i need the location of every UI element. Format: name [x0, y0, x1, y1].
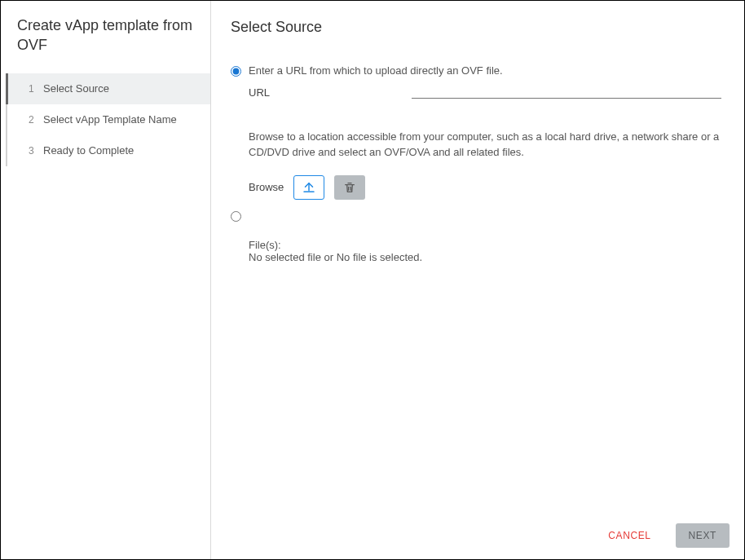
url-option: Enter a URL from which to upload directl…	[231, 64, 721, 99]
wizard-steps: 1 Select Source 2 Select vApp Template N…	[6, 73, 210, 166]
step-label: Ready to Complete	[43, 144, 134, 157]
browse-radio[interactable]	[231, 211, 241, 222]
url-radio[interactable]	[231, 66, 241, 77]
browse-option-description: Browse to a location accessible from you…	[249, 130, 721, 161]
url-option-description: Enter a URL from which to upload directl…	[249, 64, 721, 79]
wizard-sidebar: Create vApp template from OVF 1 Select S…	[1, 1, 211, 559]
browse-option: Browse to a location accessible from you…	[231, 130, 721, 263]
delete-button[interactable]	[334, 175, 365, 200]
wizard-title: Create vApp template from OVF	[1, 15, 210, 73]
step-number: 3	[29, 145, 43, 157]
page-title: Select Source	[231, 19, 721, 36]
trash-icon	[343, 181, 356, 194]
url-input[interactable]	[412, 82, 721, 99]
url-field-label: URL	[249, 86, 412, 99]
step-label: Select Source	[43, 82, 109, 95]
next-button[interactable]: NEXT	[676, 523, 730, 548]
main-content: Select Source Enter a URL from which to …	[211, 1, 744, 559]
files-status: No selected file or No file is selected.	[249, 251, 721, 263]
wizard-main: Select Source Enter a URL from which to …	[211, 1, 744, 559]
files-block: File(s): No selected file or No file is …	[249, 239, 721, 263]
upload-button[interactable]	[293, 175, 324, 200]
step-select-source[interactable]: 1 Select Source	[6, 73, 210, 104]
browse-label: Browse	[249, 181, 284, 193]
step-select-vapp-template-name[interactable]: 2 Select vApp Template Name	[7, 104, 210, 135]
cancel-button[interactable]: CANCEL	[595, 523, 663, 548]
step-number: 2	[29, 114, 43, 126]
step-number: 1	[29, 83, 43, 95]
wizard-dialog: Create vApp template from OVF 1 Select S…	[0, 0, 745, 560]
files-heading: File(s):	[249, 239, 721, 251]
step-ready-to-complete[interactable]: 3 Ready to Complete	[7, 135, 210, 166]
upload-icon	[302, 180, 316, 195]
wizard-footer: CANCEL NEXT	[595, 523, 730, 548]
step-label: Select vApp Template Name	[43, 113, 177, 126]
